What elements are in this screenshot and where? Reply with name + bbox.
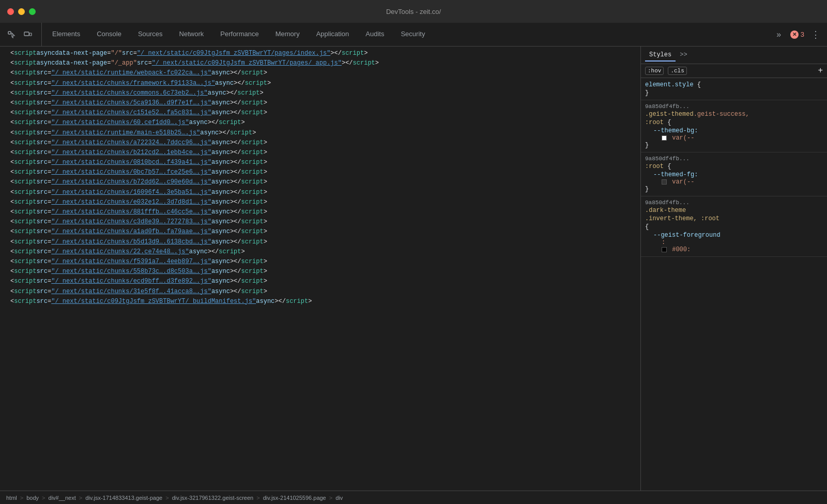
devtools-menu-button[interactable]: ⋮ (808, 27, 823, 42)
tab-security[interactable]: Security (392, 23, 433, 46)
filter-cls-button[interactable]: .cls (668, 67, 686, 75)
code-line: <script src="/_next/static/chunks/22.ce7… (0, 247, 640, 257)
main-content: <script async data-next-page="/" src="/_… (0, 47, 827, 491)
breadcrumb-item[interactable]: div (333, 494, 345, 502)
code-line: <script src="/_next/static/chunks/a1ad0f… (0, 227, 640, 237)
breadcrumb-separator: > (328, 495, 333, 501)
code-line: <script src="/_next/static/chunks/0810bc… (0, 158, 640, 167)
maximize-button[interactable] (29, 8, 36, 15)
code-line: <script src="/_next/static/chunks/e032e1… (0, 197, 640, 207)
style-val-3: : (645, 239, 823, 246)
device-toolbar-button[interactable] (21, 27, 35, 42)
close-button[interactable] (7, 8, 14, 15)
tab-icon-group (4, 23, 42, 46)
style-block-element: element.style { } (641, 78, 827, 100)
breadcrumb-item[interactable]: div.jsx-2141025596.page (261, 494, 328, 502)
titlebar: DevTools - zeit.co/ (0, 0, 827, 23)
tab-overflow-area: » ✕ 3 ⋮ (768, 23, 827, 46)
tab-sources[interactable]: Sources (130, 23, 171, 46)
code-line: <script src="/_next/static/chunks/a72232… (0, 138, 640, 148)
error-icon: ✕ (790, 30, 799, 39)
tab-network[interactable]: Network (171, 23, 212, 46)
code-line: <script src="/_next/static/chunks/31e5f8… (0, 287, 640, 297)
breadcrumb-item[interactable]: div.jsx-1714833413.geist-page (83, 494, 164, 502)
style-val-2: var(-- (645, 178, 823, 186)
color-swatch-black (662, 247, 667, 252)
code-line: <script async data-next-page="/" src="/_… (0, 49, 640, 58)
breadcrumb-item[interactable]: body (24, 494, 41, 502)
code-line: <script src="/_next/static/chunks/881fff… (0, 207, 640, 217)
code-line: <script src="/_next/static/chunks/b5d13d… (0, 237, 640, 247)
breadcrumb-separator: > (78, 495, 83, 501)
breadcrumb-separator: > (255, 495, 261, 501)
code-line: <script async data-next-page="/_app" src… (0, 58, 640, 68)
style-block-3: 9a850df4fb... .dark-theme .invert-theme,… (641, 196, 827, 257)
code-line: <script src="/_next/static/chunks/ecd9bf… (0, 277, 640, 286)
code-line: <script src="/_next/static/chunks/common… (0, 88, 640, 98)
tab-elements[interactable]: Elements (44, 23, 88, 46)
style-prop-2: --themed-fg: (645, 171, 823, 178)
code-line: <script src="/_next/static/chunks/60.cef… (0, 118, 640, 128)
styles-overflow[interactable]: >> (676, 49, 691, 62)
color-swatch-white (662, 135, 667, 141)
breadcrumb-item[interactable]: div#__next (47, 494, 78, 502)
devtools-tabbar: Elements Console Sources Network Perform… (0, 23, 827, 47)
window-controls (7, 8, 36, 15)
tab-application[interactable]: Application (308, 23, 358, 46)
svg-rect-2 (29, 33, 32, 36)
style-selector-2: :root { (645, 163, 823, 170)
style-selector-3c: { (645, 223, 823, 231)
style-selector-1b: :root { (645, 119, 823, 126)
style-selector-3b: .invert-theme, :root (645, 215, 823, 222)
tab-audits[interactable]: Audits (357, 23, 392, 46)
code-line: <script src="/_next/static/chunks/f5391a… (0, 257, 640, 267)
svg-rect-0 (8, 32, 11, 34)
svg-rect-1 (24, 32, 29, 36)
style-selector: element.style { (645, 81, 823, 88)
breadcrumb-item[interactable]: html (4, 494, 19, 502)
style-val-3b: #000: (645, 246, 823, 253)
more-tabs-button[interactable]: » (772, 27, 786, 42)
code-line: <script src="/_next/static/chunks/c151e5… (0, 108, 640, 118)
code-line: <script src="/_next/static/chunks/5ca913… (0, 98, 640, 108)
code-line: <script src="/_next/static/chunks/b212cd… (0, 148, 640, 158)
style-val-1: var(-- (645, 134, 823, 142)
styles-tab-bar: Styles >> (641, 47, 827, 64)
add-style-button[interactable]: + (818, 66, 823, 75)
breadcrumb-separator: > (19, 495, 24, 501)
filter-hov-button[interactable]: :hov (645, 67, 664, 75)
style-source-3[interactable]: 9a850df4fb... (645, 200, 823, 206)
breadcrumb-item[interactable]: div.jsx-3217961322.geist-screen (170, 494, 256, 502)
code-line: <script src="/_next/static/chunks/0bc7b5… (0, 167, 640, 177)
tab-performance[interactable]: Performance (212, 23, 267, 46)
style-source-1[interactable]: 9a850df4fb... (645, 103, 823, 110)
style-selector-3a: .dark-theme (645, 207, 823, 214)
code-line: <script src="/_next/static/c09JtgJsfm_zS… (0, 297, 640, 307)
style-prop-1: --themed-bg: (645, 127, 823, 134)
style-block-1: 9a850df4fb... .geist-themed.geist-succes… (641, 100, 827, 152)
inspect-element-button[interactable] (4, 27, 19, 42)
code-line: <script src="/_next/static/runtime/main-… (0, 128, 640, 138)
style-source-2[interactable]: 9a850df4fb... (645, 156, 823, 162)
style-block-2: 9a850df4fb... :root { --themed-fg: var(-… (641, 152, 827, 196)
tab-memory[interactable]: Memory (267, 23, 308, 46)
style-selector-1: .geist-themed.geist-success, (645, 111, 823, 118)
window-title: DevTools - zeit.co/ (386, 8, 441, 16)
color-swatch-dark (662, 179, 667, 185)
style-close-1: } (645, 142, 823, 149)
code-line: <script src="/_next/static/chunks/16096f… (0, 188, 640, 197)
minimize-button[interactable] (18, 8, 25, 15)
style-prop-3: --geist-foreground (645, 232, 823, 239)
tab-styles[interactable]: Styles (645, 49, 676, 62)
elements-panel[interactable]: <script async data-next-page="/" src="/_… (0, 47, 641, 491)
error-badge[interactable]: ✕ 3 (790, 30, 804, 39)
breadcrumb-separator: > (41, 495, 46, 501)
style-close-2: } (645, 186, 823, 193)
code-line: <script src="/_next/static/chunks/c3d8e3… (0, 217, 640, 227)
breadcrumb-separator: > (164, 495, 170, 501)
breadcrumb: html>body>div#__next>div.jsx-1714833413.… (0, 491, 827, 504)
styles-panel: Styles >> :hov .cls + element.style { } … (641, 47, 827, 491)
code-line: <script src="/_next/static/chunks/b72dd6… (0, 177, 640, 187)
styles-filter-bar: :hov .cls + (641, 64, 827, 78)
tab-console[interactable]: Console (88, 23, 130, 46)
